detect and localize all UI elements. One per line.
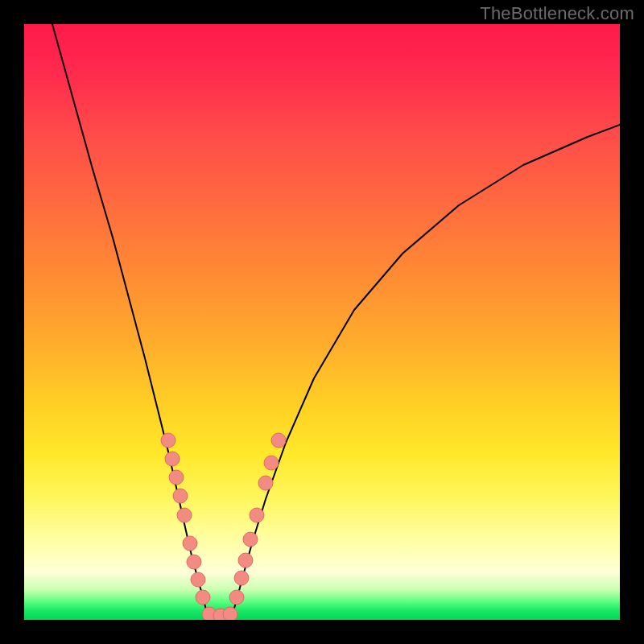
watermark-text: TheBottleneck.com [480,3,634,24]
plot-area [24,24,620,620]
svg-point-8 [196,590,210,605]
curve-markers [161,433,286,620]
svg-point-12 [229,590,244,605]
svg-point-14 [238,553,253,568]
chart-stage: TheBottleneck.com [0,0,644,644]
svg-point-3 [173,489,188,503]
svg-point-19 [271,433,286,448]
svg-point-1 [165,452,180,466]
svg-point-11 [223,607,237,620]
chart-svg [24,24,620,620]
svg-point-18 [264,456,279,470]
svg-point-5 [183,536,197,551]
curve-lines [52,24,620,619]
svg-point-6 [187,555,201,569]
svg-point-7 [191,572,205,587]
svg-point-4 [177,508,192,522]
svg-point-17 [258,476,273,490]
svg-point-0 [161,433,175,448]
svg-point-15 [243,532,258,547]
svg-point-16 [250,508,264,522]
svg-point-13 [234,571,249,585]
svg-point-2 [169,470,184,485]
